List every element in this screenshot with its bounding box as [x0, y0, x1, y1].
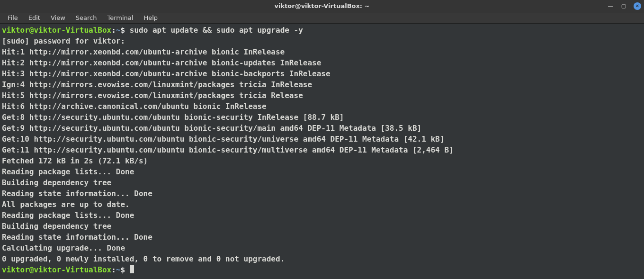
prompt-userhost: viktor@viktor-VirtualBox	[2, 26, 111, 35]
prompt-colon: :	[111, 26, 116, 35]
terminal-output[interactable]: viktor@viktor-VirtualBox:~$ sudo apt upd…	[0, 24, 644, 279]
terminal-line: Reading state information... Done	[2, 232, 642, 243]
window-controls: — ▢ ✕	[607, 0, 641, 12]
terminal-line: Hit:1 http://mirror.xeonbd.com/ubuntu-ar…	[2, 46, 642, 57]
window-titlebar: viktor@viktor-VirtualBox: ~ — ▢ ✕	[0, 0, 644, 12]
menu-file[interactable]: File	[3, 13, 23, 22]
prompt-symbol: $	[120, 265, 125, 274]
terminal-line: Fetched 172 kB in 2s (72.1 kB/s)	[2, 155, 642, 166]
entered-command: sudo apt update && sudo apt upgrade -y	[125, 26, 303, 35]
menu-terminal[interactable]: Terminal	[102, 13, 138, 22]
prompt-symbol: $	[120, 26, 125, 35]
minimize-button[interactable]: —	[607, 3, 614, 9]
terminal-line: viktor@viktor-VirtualBox:~$ sudo apt upd…	[2, 25, 642, 36]
menu-view[interactable]: View	[46, 13, 70, 22]
prompt-spacer	[125, 265, 130, 274]
window-title: viktor@viktor-VirtualBox: ~	[275, 2, 370, 9]
terminal-line: viktor@viktor-VirtualBox:~$	[2, 264, 642, 275]
terminal-line: Get:9 http://security.ubuntu.com/ubuntu …	[2, 123, 642, 134]
close-button[interactable]: ✕	[634, 2, 641, 10]
terminal-line: All packages are up to date.	[2, 199, 642, 210]
prompt-userhost: viktor@viktor-VirtualBox	[2, 265, 111, 274]
terminal-line: Calculating upgrade... Done	[2, 243, 642, 253]
terminal-line: Ign:4 http://mirrors.evowise.com/linuxmi…	[2, 79, 642, 90]
terminal-line: Get:10 http://security.ubuntu.com/ubuntu…	[2, 134, 642, 144]
terminal-line: Get:8 http://security.ubuntu.com/ubuntu …	[2, 112, 642, 123]
maximize-button[interactable]: ▢	[620, 3, 627, 9]
terminal-line: Hit:3 http://mirror.xeonbd.com/ubuntu-ar…	[2, 68, 642, 79]
terminal-line: Reading package lists... Done	[2, 166, 642, 177]
terminal-line: Building dependency tree	[2, 221, 642, 232]
menu-bar: File Edit View Search Terminal Help	[0, 12, 644, 24]
menu-help[interactable]: Help	[139, 13, 162, 22]
menu-edit[interactable]: Edit	[24, 13, 45, 22]
terminal-line: Get:11 http://security.ubuntu.com/ubuntu…	[2, 144, 642, 155]
prompt-colon: :	[111, 265, 116, 274]
terminal-line: Hit:2 http://mirror.xeonbd.com/ubuntu-ar…	[2, 57, 642, 68]
terminal-line: Hit:6 http://archive.canonical.com/ubunt…	[2, 101, 642, 112]
terminal-cursor	[130, 265, 134, 273]
terminal-line: Reading state information... Done	[2, 188, 642, 199]
terminal-line: 0 upgraded, 0 newly installed, 0 to remo…	[2, 253, 642, 264]
terminal-line: Reading package lists... Done	[2, 210, 642, 221]
terminal-line: [sudo] password for viktor:	[2, 36, 642, 46]
terminal-line: Building dependency tree	[2, 177, 642, 188]
terminal-line: Hit:5 http://mirrors.evowise.com/linuxmi…	[2, 90, 642, 101]
menu-search[interactable]: Search	[71, 13, 102, 22]
